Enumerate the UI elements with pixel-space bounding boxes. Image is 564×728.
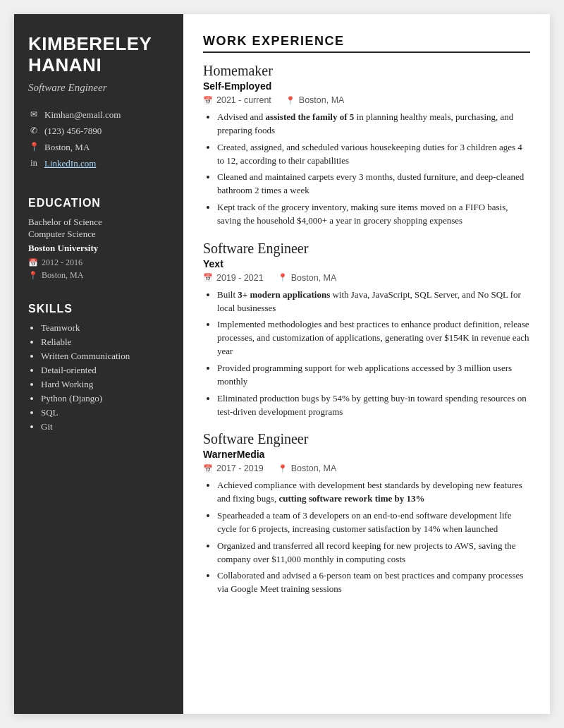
job-location-homemaker: 📍 Boston, MA (286, 95, 345, 105)
bullet-item: Created, assigned, and scheduled various… (217, 141, 530, 168)
resume-container: KIMBERELEY HANANI Software Engineer ✉ Ki… (14, 14, 550, 714)
edu-degree: Bachelor of Science (28, 217, 169, 228)
job-years-yext-val: 2019 - 2021 (216, 273, 264, 283)
job-location-yext-val: Boston, MA (291, 273, 337, 283)
job-years-homemaker-val: 2021 - current (216, 95, 271, 105)
calendar-icon: 📅 (28, 258, 38, 267)
edu-field: Computer Science (28, 229, 169, 240)
job-company-warnermedia: WarnerMedia (203, 449, 530, 460)
job-company-homemaker: Self-Employed (203, 80, 530, 92)
education-section-title: EDUCATION (28, 197, 169, 210)
edu-school: Boston University (28, 243, 169, 254)
job-location-homemaker-val: Boston, MA (299, 95, 345, 105)
edu-years-value: 2012 - 2016 (42, 257, 82, 268)
candidate-title: Software Engineer (28, 82, 169, 94)
edu-location-icon: 📍 (28, 271, 38, 280)
job-meta-warnermedia: 📅 2017 - 2019 📍 Boston, MA (203, 463, 530, 473)
education-section: EDUCATION Bachelor of Science Computer S… (28, 194, 169, 283)
job-yext: Software Engineer Yext 📅 2019 - 2021 📍 B… (203, 241, 530, 419)
linkedin-icon: in (28, 158, 39, 169)
bullet-item: Implemented methodologies and best pract… (217, 318, 530, 358)
location-item: 📍 Boston, MA (28, 142, 169, 153)
phone-icon: ✆ (28, 126, 39, 136)
calendar-icon-h: 📅 (203, 96, 213, 105)
location-icon-h: 📍 (286, 96, 295, 105)
skills-section: SKILLS Teamwork Reliable Written Communi… (28, 300, 169, 435)
linkedin-item[interactable]: in LinkedIn.com (28, 158, 169, 169)
bullet-item: Organized and transferred all record kee… (217, 540, 530, 566)
edu-location-value: Boston, MA (42, 270, 83, 281)
phone-item: ✆ (123) 456-7890 (28, 126, 169, 137)
calendar-icon-w: 📅 (203, 464, 213, 473)
location-value: Boston, MA (44, 142, 90, 153)
bold-text: 3+ modern applications (238, 289, 330, 300)
work-experience-header: WORK EXPERIENCE (203, 34, 530, 53)
candidate-name: KIMBERELEY HANANI (28, 34, 169, 76)
job-bullets-warnermedia: Achieved compliance with development bes… (203, 479, 530, 596)
location-icon-y: 📍 (278, 273, 288, 282)
contact-section: ✉ Kimhan@email.com ✆ (123) 456-7890 📍 Bo… (28, 109, 169, 174)
bold-text: assisted the family of 5 (266, 111, 355, 122)
email-icon: ✉ (28, 109, 39, 120)
bullet-item: Built 3+ modern applications with Java, … (217, 289, 530, 315)
job-bullets-yext: Built 3+ modern applications with Java, … (203, 289, 530, 419)
job-location-yext: 📍 Boston, MA (278, 273, 337, 283)
job-warnermedia: Software Engineer WarnerMedia 📅 2017 - 2… (203, 431, 530, 596)
sidebar: KIMBERELEY HANANI Software Engineer ✉ Ki… (14, 14, 183, 714)
skill-item: Hard Working (41, 379, 169, 390)
job-years-warnermedia-val: 2017 - 2019 (216, 463, 264, 473)
email-item: ✉ Kimhan@email.com (28, 109, 169, 121)
edu-years: 📅 2012 - 2016 (28, 257, 169, 268)
bullet-item: Advised and assisted the family of 5 in … (217, 111, 530, 138)
job-years-warnermedia: 📅 2017 - 2019 (203, 463, 264, 473)
bullet-item: Provided programming support for web app… (217, 362, 530, 389)
skills-section-title: SKILLS (28, 303, 169, 315)
skills-list: Teamwork Reliable Written Communication … (28, 322, 169, 432)
skill-item: Git (41, 421, 169, 432)
job-homemaker: Homemaker Self-Employed 📅 2021 - current… (203, 63, 530, 228)
email-value: Kimhan@email.com (44, 109, 121, 121)
job-bullets-homemaker: Advised and assisted the family of 5 in … (203, 111, 530, 228)
skill-item: Detail-oriented (41, 365, 169, 376)
job-years-yext: 📅 2019 - 2021 (203, 273, 264, 283)
skill-item: Reliable (41, 336, 169, 348)
edu-location: 📍 Boston, MA (28, 270, 169, 281)
bullet-item: Eliminated production bugs by 54% by get… (217, 392, 530, 419)
job-meta-yext: 📅 2019 - 2021 📍 Boston, MA (203, 273, 530, 283)
skill-item: SQL (41, 407, 169, 418)
job-company-yext: Yext (203, 258, 530, 269)
bullet-item: Cleaned and maintained carpets every 3 m… (217, 171, 530, 198)
job-title-yext: Software Engineer (203, 241, 530, 257)
job-location-warnermedia: 📍 Boston, MA (278, 463, 337, 473)
skill-item: Python (Django) (41, 393, 169, 404)
bullet-item: Achieved compliance with development bes… (217, 479, 530, 506)
bold-text: cutting software rework time by 13% (278, 493, 424, 504)
main-content: WORK EXPERIENCE Homemaker Self-Employed … (183, 14, 550, 714)
bullet-item: Collaborated and advised a 6-person team… (217, 569, 530, 596)
phone-value: (123) 456-7890 (44, 126, 102, 137)
job-location-warnermedia-val: Boston, MA (291, 463, 337, 473)
bullet-item: Spearheaded a team of 3 developers on an… (217, 509, 530, 536)
job-meta-homemaker: 📅 2021 - current 📍 Boston, MA (203, 95, 530, 105)
job-title-homemaker: Homemaker (203, 63, 530, 79)
bullet-item: Kept track of the grocery inventory, mak… (217, 201, 530, 228)
location-icon: 📍 (28, 142, 39, 152)
job-title-warnermedia: Software Engineer (203, 431, 530, 447)
skill-item: Teamwork (41, 322, 169, 334)
job-years-homemaker: 📅 2021 - current (203, 95, 271, 105)
skill-item: Written Communication (41, 351, 169, 362)
calendar-icon-y: 📅 (203, 273, 213, 282)
linkedin-link[interactable]: LinkedIn.com (44, 158, 96, 169)
location-icon-w: 📍 (278, 464, 288, 473)
